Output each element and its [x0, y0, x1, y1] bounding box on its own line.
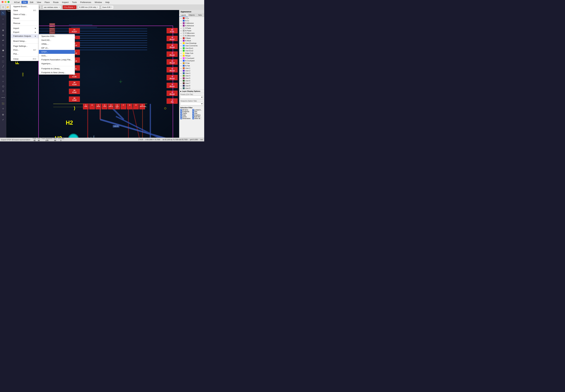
netclass-dropdown[interactable]: use netclass sizes ▼ [43, 5, 61, 9]
menu-save-copy[interactable]: Save a Copy... [11, 12, 39, 16]
sel-filter-checkbox[interactable] [192, 116, 194, 118]
menu-board-setup[interactable]: Board Setup... [11, 39, 39, 43]
sel-filter-checkbox[interactable] [180, 118, 182, 119]
menu-tools[interactable]: Tools [71, 1, 78, 4]
menu-route[interactable]: Route [52, 1, 60, 4]
tool-add-via[interactable]: ◉ [1, 48, 5, 53]
tool-add-rule-area[interactable]: ⬚ [1, 59, 5, 64]
fab-hyperlynx[interactable]: Hyperlynx... [39, 62, 75, 66]
tool-draw-rect[interactable]: □ [1, 74, 5, 79]
layer-item-b-courtyard[interactable]: ● B.Courtyard [179, 59, 204, 62]
layer-item-f-adhesive[interactable]: ● F.Adhesive [179, 22, 204, 24]
zoom-dropdown[interactable]: Zoom 8.00 ▼ [101, 5, 114, 9]
fab-vrml[interactable]: VRML... [39, 42, 75, 46]
layer-item-f-courtyard[interactable]: ● F.Courtyard [179, 57, 204, 59]
tool-select[interactable]: ↖ [1, 11, 5, 15]
layer-item-b-silkscreen[interactable]: ● B.Silkscreen [179, 34, 204, 37]
sel-filter-checkbox[interactable] [180, 111, 182, 112]
tool-measure[interactable]: ⟷ [1, 95, 5, 100]
sel-filter-checkbox[interactable] [192, 118, 194, 119]
layer-item-user-eco2[interactable]: ● User.Eco2 [179, 49, 204, 52]
menu-import[interactable]: Import ▶ [11, 26, 39, 30]
layer-item-user-8[interactable]: ● User.8 [179, 84, 204, 87]
tool-draw-polygon[interactable]: ⬡ [1, 84, 5, 89]
sel-filter-checkbox[interactable] [192, 114, 194, 116]
layer-item-user-eco1[interactable]: ● User.Eco1 [179, 47, 204, 49]
layer-item-b-paste[interactable]: ● B.Paste [179, 29, 204, 32]
track-width-dropdown[interactable]: 0.1000 mm (3.94 mils) ▼ [78, 5, 99, 9]
menu-help[interactable]: Help [104, 1, 111, 4]
tool-draw-arc[interactable]: ⌒ [1, 69, 5, 74]
close-button[interactable] [1, 1, 4, 3]
layer-item-f-silkscreen[interactable]: ● F.Silkscreen [179, 32, 204, 34]
layer-item-b-cu[interactable]: ● B.Cu [179, 19, 204, 22]
menu-rescue[interactable]: Rescue [11, 21, 39, 25]
layer-item-f-mask[interactable]: ● F.Mask [179, 37, 204, 39]
layer-item-user-9[interactable]: ● User.9 [179, 87, 204, 89]
layer-item-user-4[interactable]: ● User.4 [179, 74, 204, 77]
tool-local-ratsnest[interactable]: ⋯ [1, 22, 5, 27]
layer-item-user-7[interactable]: ● User.7 [179, 82, 204, 84]
sel-filter-checkbox[interactable] [192, 112, 194, 114]
fab-specctra[interactable]: Specctra DSN... [39, 34, 75, 38]
sel-filter-checkbox[interactable] [180, 109, 182, 111]
menu-inspect[interactable]: Inspect [60, 1, 70, 4]
sel-filter-checkbox[interactable] [180, 116, 182, 118]
layer-item-edge-cuts[interactable]: ● Edge.Cuts [179, 52, 204, 55]
layer-item-user-comments[interactable]: ● User.Comments [179, 44, 204, 47]
layer-item-f-paste[interactable]: ● F.Paste [179, 27, 204, 29]
tool-grid-origin[interactable]: ⊹ [1, 106, 5, 111]
menu-export[interactable]: Export ▶ [11, 30, 39, 34]
menu-preferences[interactable]: Preferences [79, 1, 93, 4]
sel-filter-checkbox[interactable] [192, 109, 194, 111]
minimize-button[interactable] [4, 1, 7, 3]
sel-filter-checkbox[interactable] [180, 114, 182, 116]
tool-interactive-router[interactable]: ⚙ [1, 112, 5, 117]
fab-idf[interactable]: IDF v3... [39, 46, 75, 50]
sel-filter-checkbox[interactable] [192, 111, 194, 112]
menu-kicad[interactable]: KiCad [13, 1, 21, 4]
menu-close[interactable]: Close ⌘W [11, 57, 39, 61]
layer-item-f-fab[interactable]: ● F.Fab [179, 62, 204, 64]
menu-window[interactable]: Window [93, 1, 103, 4]
tool-add-footprint[interactable]: ⊕ [1, 28, 5, 32]
fab-footprints-to-lib[interactable]: Footprints to Library... [39, 67, 75, 70]
tool-drc[interactable]: ✓ [1, 117, 5, 122]
menu-place[interactable]: Place [43, 1, 51, 4]
sel-filter-checkbox[interactable] [180, 112, 182, 114]
layer-item-user-1[interactable]: ● User.1 [179, 67, 204, 70]
tool-draw-line[interactable]: ╱ [1, 64, 5, 69]
fab-footprint-assoc[interactable]: Footprint Association (.cmp) File... [39, 58, 75, 62]
presets-select[interactable] [180, 96, 203, 99]
tool-draw-circle[interactable]: ○ [1, 79, 5, 84]
layer-item-user-3[interactable]: ● User.3 [179, 72, 204, 74]
fab-svg[interactable]: SVG... [39, 54, 75, 58]
layer-item-user-5[interactable]: ● User.5 [179, 77, 204, 80]
tool-add-zone[interactable]: ▭ [1, 54, 5, 59]
layer-item-b-mask[interactable]: ● B.Mask [179, 39, 204, 42]
layer-item-user-6[interactable]: ● User.6 [179, 80, 204, 82]
tool-3d-viewer[interactable]: ⬛ [1, 101, 5, 106]
layer-display-options-toggle[interactable]: ▶ Layer Display Options [180, 90, 203, 92]
menu-append-board[interactable]: Append Board... [11, 4, 39, 8]
layer-item-user-2[interactable]: ● User.2 [179, 70, 204, 72]
menu-file[interactable]: File [21, 1, 28, 4]
tab-nets[interactable]: Nets [196, 14, 204, 17]
maximize-button[interactable] [8, 1, 10, 3]
tool-tune-track[interactable]: ⌇ [1, 43, 5, 48]
menu-revert[interactable]: Revert [11, 16, 39, 20]
menu-save[interactable]: Save ⌘S [11, 8, 39, 12]
fab-gencad[interactable]: GenCAD... [39, 38, 75, 42]
toolbar-new[interactable]: 🗋 [1, 5, 5, 9]
menu-page-settings[interactable]: Page Settings... [11, 44, 39, 48]
menu-plot[interactable]: Plot... [11, 52, 39, 56]
tool-route-diff-pair[interactable]: ⇌ [1, 38, 5, 42]
tool-route-track[interactable]: ≋ [1, 33, 5, 38]
menu-fabrication-outputs[interactable]: Fabrication Outputs ▶ Specctra DSN... Ge… [11, 34, 39, 38]
layer-item-f-cu[interactable]: ● F.Cu [179, 17, 204, 19]
viewports-select[interactable] [180, 102, 203, 105]
menu-view[interactable]: View [35, 1, 43, 4]
layer-item-margin[interactable]: ● Margin [179, 55, 204, 57]
layer-item-user-drawings[interactable]: ● User.Drawings [179, 42, 204, 44]
menu-print[interactable]: Print... ⌘P [11, 48, 39, 52]
